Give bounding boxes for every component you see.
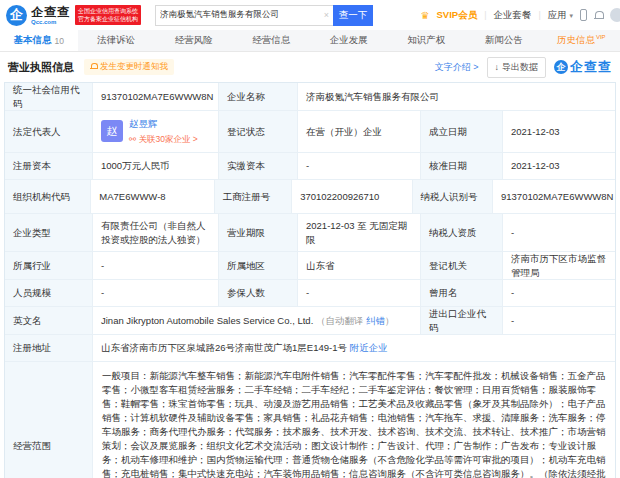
reg-status-value: 在营（开业）企业	[298, 111, 421, 152]
credit-code-value: 91370102MA7E6WWW8N	[93, 83, 219, 110]
clear-search-icon[interactable]: ×	[324, 10, 329, 20]
vip-badge: VIP	[596, 34, 606, 40]
field-label: 核准日期	[421, 153, 503, 179]
apps-menu[interactable]: 应用 ▾	[548, 9, 573, 22]
business-term-value: 2021-12-03 至 无固定期限	[298, 214, 421, 251]
table-row: 注册地址 山东省济南市历下区泉城路26号济南世茂广场1层E149-1号 附近企业	[5, 335, 615, 362]
notification-bell-icon[interactable]	[594, 11, 603, 20]
field-label: 实缴资本	[219, 153, 298, 179]
search-box: ×	[155, 5, 333, 26]
reg-address-value: 山东省济南市历下区泉城路26号济南世茂广场1层E149-1号	[101, 341, 347, 355]
badge-line2: 官方备案企业征信机构	[78, 15, 138, 23]
english-name-cell: Jinan Jikrypton Automobile Sales Service…	[93, 307, 421, 334]
org-code-value: MA7E6WWW-8	[91, 180, 214, 213]
related-companies-link[interactable]: ⚯ 关联30家企业 >	[129, 133, 198, 145]
tab-intellectual-property[interactable]: 知识产权	[388, 30, 466, 51]
tab-legal-litigation[interactable]: 法律诉讼	[78, 30, 156, 51]
english-name-value: Jinan Jikrypton Automobile Sales Service…	[101, 314, 313, 328]
crown-icon: ♛	[421, 10, 430, 21]
field-label: 组织机构代码	[5, 180, 91, 213]
field-label: 企业名称	[219, 83, 298, 110]
field-label: 英文名	[5, 307, 93, 334]
field-label: 所属地区	[219, 252, 298, 279]
text-intro-link[interactable]: 文字介绍 >	[435, 61, 479, 74]
field-label: 所属行业	[5, 252, 93, 279]
est-date-value: 2021-12-03	[503, 111, 615, 152]
field-label: 注册地址	[5, 335, 93, 361]
business-license-table: 统一社会信用代码 91370102MA7E6WWW8N 企业名称 济南极氪汽车销…	[4, 82, 616, 478]
field-label: 经营范围	[5, 362, 93, 478]
search-input[interactable]	[160, 10, 322, 20]
table-row: 英文名 Jinan Jikrypton Automobile Sales Ser…	[5, 307, 615, 335]
table-row: 企业类型 有限责任公司（非自然人投资或控股的法人独资） 营业期限 2021-12…	[5, 214, 615, 252]
user-avatar[interactable]	[610, 8, 620, 22]
approval-date-value: 2021-12-03	[503, 153, 615, 179]
divider: |	[484, 10, 486, 20]
qcc-stamp-icon: 企	[554, 60, 568, 74]
section-header: 营业执照信息 发生变更时通知我 文字介绍 > ↓ 导出数据 企 企查查	[0, 52, 620, 82]
field-label: 法定代表人	[5, 111, 93, 152]
enterprise-package-link[interactable]: 企业套餐	[494, 9, 532, 22]
table-row: 法定代表人 赵 赵昱辉 ⚯ 关联30家企业 > 登记状态 在营（开业）企业 成立…	[5, 111, 615, 153]
notify-on-change-button[interactable]: 发生变更时通知我	[84, 59, 174, 75]
qcc-stamp-text: 企查查	[570, 58, 612, 76]
tab-basic-info[interactable]: 基本信息10	[0, 30, 78, 51]
correct-error-link[interactable]: 纠错	[366, 314, 385, 328]
export-data-button[interactable]: ↓ 导出数据	[487, 57, 547, 78]
tab-history-info[interactable]: 历史信息VIP	[543, 30, 620, 51]
field-label: 纳税人识别号	[413, 180, 493, 213]
mobile-app-icon[interactable]	[580, 9, 587, 21]
tab-company-development[interactable]: 企业发展	[310, 30, 388, 51]
taxpayer-quality-value: -	[503, 214, 615, 251]
table-row: 经营范围 一般项目：新能源汽车整车销售；新能源汽车电附件销售；汽车零配件零售；汽…	[5, 362, 615, 478]
field-label: 统一社会信用代码	[5, 83, 93, 110]
field-label: 曾用名	[421, 280, 503, 306]
field-label: 登记状态	[219, 111, 298, 152]
legal-rep-link[interactable]: 赵昱辉	[129, 117, 198, 131]
industry-value: -	[93, 252, 219, 279]
legal-rep-cell: 赵 赵昱辉 ⚯ 关联30家企业 >	[93, 111, 219, 152]
table-row: 人员规模 - 参保人数 - 曾用名 -	[5, 280, 615, 307]
svip-link[interactable]: SVIP会员	[437, 9, 478, 22]
download-icon: ↓	[495, 62, 500, 72]
reg-number-value: 370102200926710	[292, 180, 412, 213]
brand-block[interactable]: 企查查 Qcc.com	[31, 6, 70, 25]
relation-graph-icon: ⚯	[129, 134, 136, 144]
import-export-code-value: -	[503, 307, 615, 334]
insured-count-value: -	[298, 280, 421, 306]
table-row: 所属行业 - 所属地区 山东省 登记机关 济南市历下区市场监督管理局	[5, 252, 615, 280]
field-label: 纳税人资质	[421, 214, 503, 251]
region-value: 山东省	[298, 252, 421, 279]
nearby-companies-link[interactable]: 附近企业	[350, 341, 388, 355]
field-label: 参保人数	[219, 280, 298, 306]
tab-operation-info[interactable]: 经营信息	[233, 30, 311, 51]
legal-rep-avatar: 赵	[101, 120, 123, 142]
field-label: 企业类型	[5, 214, 93, 251]
field-label: 进出口企业代码	[421, 307, 503, 334]
reg-capital-value: 1000万元人民币	[93, 153, 219, 179]
reg-address-cell: 山东省济南市历下区泉城路26号济南世茂广场1层E149-1号 附近企业	[93, 335, 615, 361]
top-bar: 企 企查查 Qcc.com 全国企业信用查询系统 官方备案企业征信机构 × 查一…	[0, 0, 620, 30]
field-label: 登记机关	[421, 252, 503, 279]
table-row: 组织机构代码 MA7E6WWW-8 工商注册号 370102200926710 …	[5, 180, 615, 214]
qcc-watermark: 企 企查查	[554, 58, 612, 76]
section-title: 营业执照信息	[8, 60, 74, 75]
brand-domain: Qcc.com	[31, 19, 70, 25]
tab-news[interactable]: 新闻公告	[465, 30, 543, 51]
badge-line1: 全国企业信用查询系统	[78, 7, 138, 15]
top-nav: ♛ SVIP会员 | 企业套餐 | 应用 ▾	[421, 8, 614, 22]
field-label: 成立日期	[421, 111, 503, 152]
credit-system-badge: 全国企业信用查询系统 官方备案企业征信机构	[75, 5, 141, 25]
field-label: 营业期限	[219, 214, 298, 251]
bell-icon	[90, 63, 97, 71]
tab-operation-risk[interactable]: 经营风险	[155, 30, 233, 51]
company-name-value: 济南极氪汽车销售服务有限公司	[298, 83, 615, 110]
taxpayer-id-value: 91370102MA7E6WWW8N	[493, 180, 615, 213]
staff-size-value: -	[93, 280, 219, 306]
auto-translate-note: （自动翻译	[316, 314, 364, 328]
reg-authority-value: 济南市历下区市场监督管理局	[503, 252, 615, 279]
search-button[interactable]: 查一下	[333, 5, 373, 26]
field-label: 人员规模	[5, 280, 93, 306]
qcc-logo-icon[interactable]: 企	[6, 5, 27, 26]
search-bar: × 查一下	[155, 5, 373, 26]
